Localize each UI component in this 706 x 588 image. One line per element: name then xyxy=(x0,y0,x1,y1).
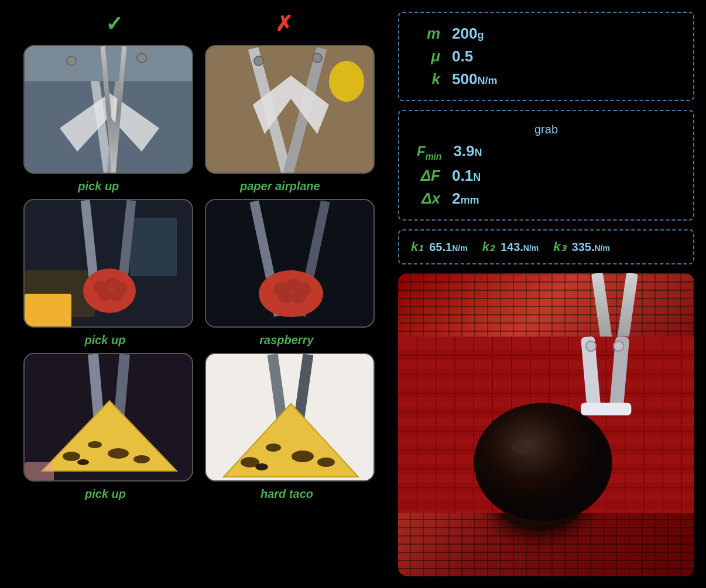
image-scissors-correct xyxy=(23,45,193,174)
param-mu-row: μ 0.5 xyxy=(417,47,676,66)
grab-fmin-row: Fmin 3.9N xyxy=(417,142,676,162)
param-k-value: 500N/m xyxy=(452,70,497,88)
spring-k1-value: 65.1N/m xyxy=(429,240,467,254)
row3-images xyxy=(12,353,386,482)
param-m-row: m 200g xyxy=(417,25,676,43)
param-k-row: k 500N/m xyxy=(417,70,676,88)
row2-label-right: raspberry xyxy=(259,333,313,347)
row1-action: pick up xyxy=(78,180,119,193)
row3-label-left: pick up xyxy=(85,487,126,501)
grab-dx-value: 2mm xyxy=(452,190,479,208)
svg-rect-44 xyxy=(25,462,54,482)
right-panel: m 200g μ 0.5 k 500N/m grab xyxy=(398,12,694,576)
grab-dx-row: Δx 2mm xyxy=(417,190,676,208)
check-mark-icon: ✓ xyxy=(105,12,123,36)
svg-point-41 xyxy=(108,448,129,459)
bottom-image-content xyxy=(398,273,694,576)
svg-point-43 xyxy=(77,459,89,465)
param-k-key: k xyxy=(417,70,440,88)
row2-object: raspberry xyxy=(259,333,313,347)
marks-header: ✓ ✗ xyxy=(12,12,386,36)
image-raspberry-correct xyxy=(23,199,193,328)
row2-images xyxy=(12,199,386,328)
svg-point-34 xyxy=(291,291,306,304)
spring-k1: k₁ 65.1N/m xyxy=(411,239,468,255)
svg-point-10 xyxy=(254,56,263,66)
grab-params: Fmin 3.9N ΔF 0.1N Δx 2mm xyxy=(417,142,676,208)
svg-rect-3 xyxy=(25,46,193,81)
spring-k3-value: 335.N/m xyxy=(572,240,610,254)
svg-point-39 xyxy=(63,452,80,461)
left-panel: ✓ ✗ xyxy=(12,12,386,576)
svg-point-51 xyxy=(266,443,281,452)
spring-k2-key: k₂ xyxy=(482,239,495,255)
svg-rect-95 xyxy=(581,403,631,415)
row1-object: paper airplane xyxy=(240,180,320,193)
svg-point-94 xyxy=(614,341,623,351)
svg-point-93 xyxy=(586,341,596,351)
param-mu-key: μ xyxy=(417,47,440,66)
spring-k3: k₃ 335.N/m xyxy=(553,239,610,255)
row2-action: pick up xyxy=(84,333,125,347)
params-box: m 200g μ 0.5 k 500N/m xyxy=(398,12,694,101)
svg-point-4 xyxy=(67,56,76,66)
param-m-value: 200g xyxy=(452,25,484,43)
row3-object: hard taco xyxy=(261,487,313,501)
x-mark-icon: ✗ xyxy=(275,12,293,36)
grab-fmin-value: 3.9N xyxy=(453,142,482,160)
svg-point-42 xyxy=(133,455,150,463)
svg-rect-79 xyxy=(398,350,694,360)
spring-k2-value: 143.N/m xyxy=(501,240,539,254)
svg-point-5 xyxy=(137,53,146,63)
row3-labels: pick up hard taco xyxy=(12,487,386,501)
row3-action: pick up xyxy=(85,487,126,501)
image-scissors-wrong xyxy=(205,45,375,174)
svg-rect-80 xyxy=(398,369,694,379)
svg-point-53 xyxy=(317,458,335,467)
svg-point-11 xyxy=(313,53,322,63)
spring-k2: k₂ 143.N/m xyxy=(482,239,539,255)
grab-box: grab Fmin 3.9N ΔF 0.1N Δx 2 xyxy=(398,110,694,221)
grab-dx-key: Δx xyxy=(417,190,440,208)
params-grid: m 200g μ 0.5 k 500N/m xyxy=(417,25,676,88)
row2-labels: pick up raspberry xyxy=(12,333,386,347)
svg-rect-15 xyxy=(130,218,177,276)
grab-df-key: ΔF xyxy=(417,167,440,185)
param-m-key: m xyxy=(417,25,440,43)
grab-df-row: ΔF 0.1N xyxy=(417,167,676,185)
svg-point-13 xyxy=(329,61,364,102)
svg-point-90 xyxy=(512,439,537,455)
spring-constants-box: k₁ 65.1N/m k₂ 143.N/m k₃ 335.N/m xyxy=(398,229,694,264)
svg-point-40 xyxy=(88,441,102,448)
grab-fmin-key: Fmin xyxy=(417,143,441,162)
row1-label-right: paper airplane xyxy=(240,180,320,193)
svg-point-89 xyxy=(475,404,611,521)
row1-labels: pick up paper airplane xyxy=(12,180,386,193)
main-container: ✓ ✗ xyxy=(0,0,706,588)
param-mu-value: 0.5 xyxy=(452,47,473,66)
svg-point-24 xyxy=(109,290,124,301)
row1-label-left: pick up xyxy=(78,180,119,193)
spring-k3-key: k₃ xyxy=(553,239,566,255)
spring-k1-key: k₁ xyxy=(411,239,423,255)
grab-df-value: 0.1N xyxy=(452,167,481,185)
svg-rect-81 xyxy=(398,388,694,398)
row2-label-left: pick up xyxy=(84,333,125,347)
svg-point-52 xyxy=(292,451,314,462)
row3-label-right: hard taco xyxy=(261,487,313,501)
image-taco-correct xyxy=(23,353,193,482)
svg-point-54 xyxy=(255,463,268,470)
image-raspberry-wrong xyxy=(205,199,375,328)
row1-images xyxy=(12,45,386,174)
image-taco-wrong xyxy=(205,353,375,482)
bottom-image xyxy=(398,273,694,576)
grab-title: grab xyxy=(417,123,676,136)
svg-rect-25 xyxy=(25,294,71,328)
